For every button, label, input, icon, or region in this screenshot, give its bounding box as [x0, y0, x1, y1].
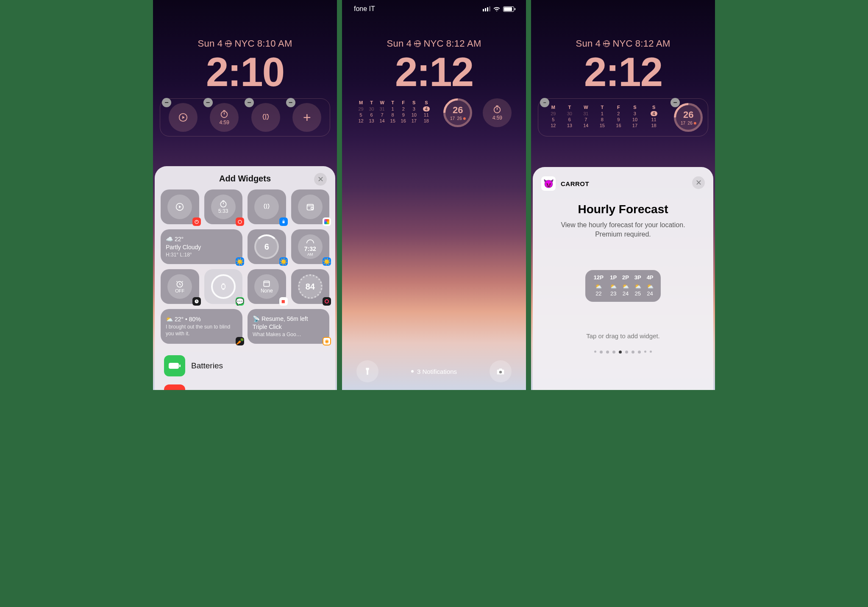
- widget-description: View the hourly forecast for your locati…: [541, 220, 705, 239]
- plus-icon[interactable]: +: [292, 103, 321, 132]
- remove-widget-button[interactable]: −: [286, 98, 295, 107]
- widget-slot-play[interactable]: −: [164, 103, 202, 132]
- phone-center-lockscreen: fone IT Sun 4 NYC 8:12 AM 2:12 MTWTFSS29…: [342, 0, 526, 390]
- timer-value: 4:59: [220, 120, 229, 125]
- globe-icon: [603, 40, 610, 47]
- app-badge-icon: [323, 217, 331, 226]
- app-badge-icon: 🥕: [236, 337, 244, 345]
- weather-hilo: H:31° L:18°: [166, 251, 201, 258]
- suggestion-uv[interactable]: 6☀️: [248, 229, 286, 264]
- sub-time-text: 8:12 AM: [635, 38, 670, 49]
- suggestion-play[interactable]: [161, 189, 199, 224]
- remove-widget-button[interactable]: −: [162, 98, 171, 107]
- timer-widget[interactable]: 4:59: [480, 98, 515, 127]
- app-badge-icon: ▦: [279, 297, 288, 306]
- calendar-widget[interactable]: − MTWTFSS2930311234567891011121314151617…: [542, 103, 667, 132]
- activity-ring-widget[interactable]: − 2617 26: [673, 103, 704, 132]
- suggestion-timer[interactable]: 5:33: [204, 189, 243, 224]
- play-icon: [178, 113, 188, 122]
- city-text: NYC: [423, 38, 443, 49]
- weather-temp: 22°: [175, 236, 184, 242]
- overcast-l3: What Makes a Goo…: [253, 331, 308, 338]
- suggestion-carrot-rect[interactable]: ⛅ 22° • 80% I brought out the sun to bli…: [161, 309, 242, 344]
- sub-time-text: 8:10 AM: [257, 38, 292, 49]
- widget-row-editing[interactable]: − MTWTFSS2930311234567891011121314151617…: [538, 98, 708, 136]
- close-button[interactable]: ✕: [314, 173, 327, 186]
- suggestion-brain[interactable]: [248, 189, 286, 224]
- calendar-add-icon: [306, 203, 314, 211]
- ring-main: 26: [683, 109, 693, 120]
- alarm-icon: [175, 280, 184, 288]
- camera-button[interactable]: [490, 360, 512, 382]
- calendar-icon: [262, 279, 271, 288]
- play-icon: [175, 203, 184, 211]
- suggestion-sunrise[interactable]: 7:32AM☀️: [291, 229, 330, 264]
- app-badge-icon: [192, 217, 201, 226]
- suggestion-weather-rect[interactable]: ☁️ 22° Partly Cloudy H:31° L:18° ☀️: [161, 229, 242, 264]
- widget-row-editing[interactable]: − − 4:59 − − +: [160, 98, 330, 136]
- carrot-line1: 22° • 80%: [175, 316, 201, 323]
- remove-widget-button[interactable]: −: [203, 98, 213, 107]
- app-badge-icon: [236, 217, 244, 226]
- timer-icon: [219, 200, 228, 208]
- flashlight-button[interactable]: [356, 360, 378, 382]
- svg-rect-14: [179, 365, 181, 367]
- suggestion-watch[interactable]: 💬: [204, 269, 243, 304]
- globe-icon: [414, 40, 421, 47]
- close-button[interactable]: ✕: [692, 176, 705, 189]
- overcast-l2: Triple Click: [253, 323, 308, 331]
- watch-icon: [219, 282, 228, 291]
- phone-left-edit-widgets: Sun 4 NYC 8:10 AM 2:10 − − 4:59 − − + Ad…: [153, 0, 337, 390]
- city-text: NYC: [612, 38, 632, 49]
- remove-widget-button[interactable]: −: [670, 98, 680, 107]
- remove-widget-button[interactable]: −: [540, 98, 549, 107]
- app-row-batteries[interactable]: Batteries: [161, 349, 329, 382]
- wifi-icon: [493, 5, 501, 13]
- suggestion-overcast-rect[interactable]: 📡 Resume, 56m left Triple Click What Mak…: [248, 309, 329, 344]
- svg-rect-13: [169, 363, 179, 369]
- app-badge-icon: ☀️: [236, 257, 244, 266]
- suggestion-alarm[interactable]: OFF: [161, 269, 199, 304]
- timer-value: 5:33: [218, 208, 228, 214]
- page-indicator[interactable]: [541, 351, 705, 354]
- suggestion-calendar-add[interactable]: [291, 189, 330, 224]
- carrot-app-name: CARROT: [561, 180, 589, 187]
- widget-slot-focus[interactable]: −: [247, 103, 284, 132]
- timer-value: 4:59: [492, 115, 502, 121]
- cal-none-text: None: [261, 288, 273, 294]
- suggestion-cal-none[interactable]: None▦: [248, 269, 286, 304]
- city-text: NYC: [234, 38, 254, 49]
- lockscreen-date-row: Sun 4 NYC 8:12 AM: [342, 38, 526, 49]
- widget-row: MTWTFSS293031123456789101112131415161718…: [349, 98, 519, 127]
- uv-value: 6: [264, 242, 269, 252]
- lockscreen-time: 2:12: [531, 52, 715, 92]
- carrot-line2: I brought out the sun to blind you with …: [166, 323, 237, 337]
- sunrise-icon: [306, 237, 314, 245]
- svg-rect-6: [282, 221, 284, 223]
- sunrise-ampm: AM: [307, 252, 313, 256]
- activity-ring-widget[interactable]: 2617 26: [440, 98, 475, 127]
- remove-widget-button[interactable]: −: [245, 98, 254, 107]
- timer-icon: [492, 105, 502, 114]
- svg-point-16: [499, 371, 502, 373]
- carrot-widget-sheet: 😈 CARROT ✕ Hourly Forecast View the hour…: [533, 167, 713, 390]
- date-text: Sun 4: [387, 38, 412, 49]
- carrier-text: fone IT: [354, 5, 375, 13]
- lockscreen-time: 2:12: [342, 52, 526, 92]
- widget-slot-timer[interactable]: − 4:59: [206, 103, 243, 132]
- calendar-widget[interactable]: MTWTFSS293031123456789101112131415161718: [353, 98, 436, 127]
- lockscreen-date-row: Sun 4 NYC 8:12 AM: [531, 38, 715, 49]
- suggestion-fitness[interactable]: 84: [291, 269, 330, 304]
- svg-rect-12: [264, 281, 270, 287]
- app-row-next[interactable]: [161, 382, 329, 390]
- timer-icon: [220, 109, 229, 119]
- widget-slot-add[interactable]: − +: [289, 103, 326, 132]
- notifications-indicator[interactable]: 3 Notifications: [411, 368, 457, 375]
- sub-time-text: 8:12 AM: [446, 38, 481, 49]
- lockscreen-date-row: Sun 4 NYC 8:10 AM: [153, 38, 337, 49]
- battery-icon: [503, 6, 514, 12]
- lockscreen-bottom-bar: 3 Notifications: [342, 360, 526, 382]
- alarm-off: OFF: [175, 288, 184, 293]
- add-widget-hint: Tap or drag to add widget.: [541, 332, 705, 340]
- hourly-forecast-preview[interactable]: 12P1P2P3P4P⛅⛅⛅⛅⛅2223242524: [585, 270, 661, 302]
